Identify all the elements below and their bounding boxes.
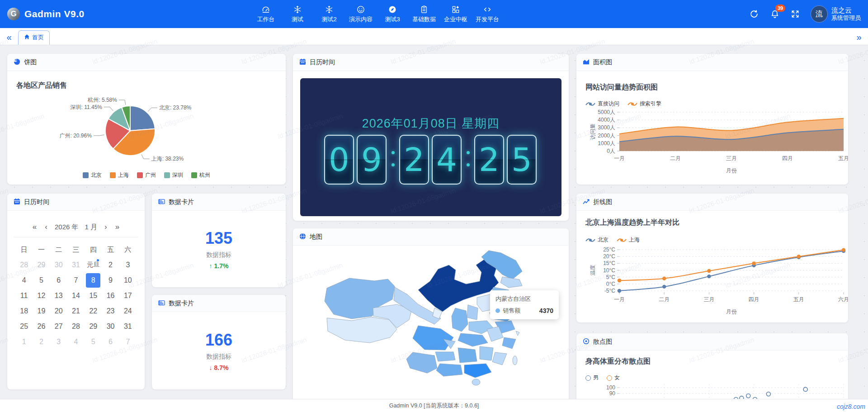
pie-chart-canvas[interactable]: 北京: 23.78%上海: 38.23%广州: 20.96%深圳: 11.45%… — [7, 88, 286, 179]
calendar-day-cell[interactable]: 29 — [33, 257, 50, 273]
area-chart-icon — [583, 58, 590, 66]
tabs-scroll-left-icon[interactable]: « — [0, 29, 18, 45]
area-chart-canvas[interactable]: 0人1000人2000人3000人4000人5000人一月二月三月四月五月月份访… — [576, 71, 848, 185]
calendar-day-cell[interactable]: 17 — [119, 288, 137, 303]
calendar-day-cell[interactable]: 9 — [102, 273, 119, 288]
line-chart-canvas[interactable]: -5°C0°C5°C10°C15°C20°C25°C一月二月三月四月五月六月月份… — [576, 211, 848, 322]
calendar-day-cell[interactable]: 13 — [50, 288, 67, 303]
svg-text:深圳: 11.45%: 深圳: 11.45% — [71, 104, 103, 110]
calendar-day-cell[interactable]: 5 — [33, 273, 50, 288]
calendar-prev-month-icon[interactable]: ‹ — [44, 223, 48, 232]
nav-item-test2[interactable]: 测试2 — [315, 3, 344, 25]
calendar-day-cell[interactable]: 11 — [15, 288, 33, 303]
stat-label: 数据指标 — [206, 353, 231, 361]
calendar-day-cell[interactable]: 3 — [50, 334, 67, 350]
series-dot-icon — [495, 308, 500, 313]
footer: Gadmin V9.0 [当前系统版本：9.0.6] — [0, 399, 868, 412]
scatter-chart-canvas[interactable]: 10090 — [576, 379, 848, 399]
user-menu[interactable]: 流 流之云 系统管理员 — [811, 5, 861, 23]
tabs-scroll-right-icon[interactable]: » — [850, 29, 868, 45]
calendar-day-cell[interactable]: 24 — [119, 303, 137, 319]
clipboard-icon — [420, 5, 429, 14]
calendar-day-cell[interactable]: 30 — [50, 257, 67, 273]
calendar-day-cell[interactable]: 3 — [119, 257, 137, 273]
svg-text:四月: 四月 — [749, 296, 760, 303]
clock-digit-card: 4 — [432, 135, 462, 185]
svg-text:杭州: 5.58%: 杭州: 5.58% — [87, 97, 117, 103]
legend-item[interactable]: 深圳 — [164, 171, 183, 179]
calendar-day-cell[interactable]: 26 — [33, 319, 50, 334]
legend-item[interactable]: 上海 — [110, 171, 129, 179]
calendar-day-cell[interactable]: 7 — [67, 273, 85, 288]
calendar-day-cell[interactable]: 31 — [119, 319, 137, 334]
line-chart-icon — [583, 198, 590, 206]
calendar-day-cell[interactable]: 18 — [15, 303, 33, 319]
calendar-day-cell[interactable]: 8 — [85, 273, 102, 288]
calendar-day-cell[interactable]: 30 — [102, 319, 119, 334]
nav-item-workbench[interactable]: 工作台 — [251, 3, 280, 25]
calendar-day-cell[interactable]: 22 — [85, 303, 102, 319]
svg-text:4000人: 4000人 — [598, 117, 615, 123]
clock-digit-card-flipping: 5 — [507, 135, 537, 185]
calendar-prev-year-icon[interactable]: « — [32, 223, 38, 232]
home-icon — [24, 34, 30, 41]
calendar-day-cell[interactable]: 28 — [15, 257, 33, 273]
svg-text:一月: 一月 — [614, 296, 625, 303]
fullscreen-icon[interactable] — [791, 9, 800, 19]
nav-item-test3[interactable]: 测试3 — [378, 3, 407, 25]
calendar-day-cell[interactable]: 2 — [102, 257, 119, 273]
pie-legend[interactable]: 北京上海广州深圳杭州 — [7, 171, 286, 179]
calendar-day-cell[interactable]: 6 — [102, 334, 119, 350]
calendar-day-cell[interactable]: 7 — [119, 334, 137, 350]
calendar-day-cell[interactable]: 2 — [33, 334, 50, 350]
calendar-panel: 日历时间 « ‹ 2026 年 1 月 › » 日一二三四五六28293031元… — [7, 194, 145, 389]
calendar-day-cell[interactable]: 19 — [33, 303, 50, 319]
tab-home[interactable]: 首页 — [18, 30, 50, 45]
notification-bell-icon[interactable]: 39 — [770, 9, 780, 19]
stat-value: 166 — [205, 331, 232, 350]
svg-text:5000人: 5000人 — [598, 109, 615, 115]
calendar-day-cell[interactable]: 4 — [67, 334, 85, 350]
clock-digit-card: 2 — [474, 135, 504, 185]
calendar-weekday: 四 — [85, 242, 102, 257]
calendar-day-cell[interactable]: 6 — [50, 273, 67, 288]
calendar-day-cell[interactable]: 元旦 — [85, 257, 102, 273]
calendar-day-cell[interactable]: 15 — [85, 288, 102, 303]
pie-icon — [14, 58, 20, 66]
nav-item-dev-platform[interactable]: 开发平台 — [473, 3, 502, 25]
nav-item-enterprise-hub[interactable]: 企业中枢 — [441, 3, 470, 25]
china-map-canvas[interactable] — [293, 246, 569, 399]
nav-item-test[interactable]: 测试 — [283, 3, 312, 25]
calendar-day-cell[interactable]: 12 — [33, 288, 50, 303]
calendar-day-cell[interactable]: 1 — [15, 334, 33, 350]
site-watermark-link[interactable]: cojz8.com — [837, 403, 865, 410]
svg-text:0°C: 0°C — [606, 281, 615, 287]
calendar-day-cell[interactable]: 5 — [85, 334, 102, 350]
svg-text:10°C: 10°C — [603, 267, 615, 274]
calendar-weekday: 二 — [50, 242, 67, 257]
snowflake-icon — [325, 5, 334, 14]
calendar-next-month-icon[interactable]: › — [104, 223, 108, 232]
calendar-day-cell[interactable]: 20 — [50, 303, 67, 319]
calendar-day-cell[interactable]: 31 — [67, 257, 85, 273]
legend-item[interactable]: 广州 — [137, 171, 156, 179]
calendar-weekday: 三 — [67, 242, 85, 257]
calendar-day-cell[interactable]: 16 — [102, 288, 119, 303]
legend-item[interactable]: 北京 — [83, 171, 102, 179]
calendar-day-cell[interactable]: 25 — [15, 319, 33, 334]
nav-item-base-data[interactable]: 基础数据 — [410, 3, 439, 25]
calendar-day-cell[interactable]: 4 — [15, 273, 33, 288]
svg-text:五月: 五月 — [838, 155, 848, 161]
calendar-next-year-icon[interactable]: » — [114, 223, 120, 232]
calendar-day-cell[interactable]: 29 — [85, 319, 102, 334]
calendar-day-cell[interactable]: 23 — [102, 303, 119, 319]
globe-icon — [299, 233, 306, 241]
calendar-day-cell[interactable]: 27 — [50, 319, 67, 334]
calendar-day-cell[interactable]: 10 — [119, 273, 137, 288]
calendar-day-cell[interactable]: 28 — [67, 319, 85, 334]
nav-item-demo-content[interactable]: 演示内容 — [346, 3, 375, 25]
legend-item[interactable]: 杭州 — [191, 171, 210, 179]
calendar-day-cell[interactable]: 21 — [67, 303, 85, 319]
refresh-icon[interactable] — [749, 9, 759, 19]
calendar-day-cell[interactable]: 14 — [67, 288, 85, 303]
